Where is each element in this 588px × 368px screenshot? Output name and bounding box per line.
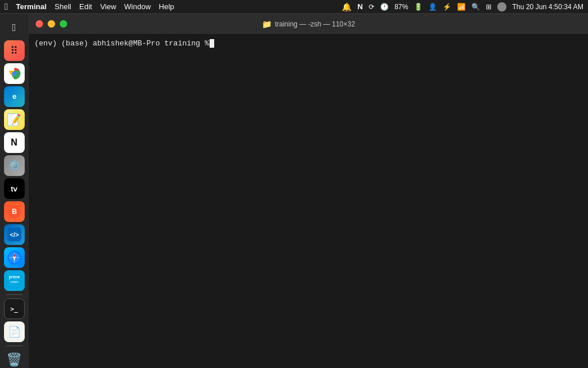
folder-icon: 📁 (262, 20, 272, 29)
search-icon[interactable]: 🔍 (471, 3, 480, 11)
dock-icon-chrome[interactable] (4, 63, 25, 84)
dock-icon-edge[interactable]: e (4, 86, 25, 107)
menubar-edit[interactable]: Edit (79, 2, 92, 11)
dock-icon-terminal[interactable]: >_ (4, 298, 25, 319)
dock-icon-brave[interactable]: B (4, 201, 25, 222)
maximize-button[interactable] (60, 20, 67, 28)
dock-icon-apple[interactable]:  (4, 17, 25, 38)
menubar-photo (497, 2, 506, 12)
svg-text:e: e (12, 92, 16, 101)
svg-text:B: B (11, 208, 17, 216)
notification-icon[interactable]: 🔔 (342, 2, 351, 12)
clock-icon[interactable]: 🕐 (380, 3, 389, 11)
n-icon[interactable]: N (357, 2, 362, 11)
svg-text:video: video (10, 280, 18, 283)
menubar:  Terminal Shell Edit View Window Help 🔔… (0, 0, 588, 14)
terminal-prompt: (env) (base) abhishek@MB-Pro training % (34, 39, 209, 48)
svg-text:</>: </> (10, 231, 19, 238)
apple-menu[interactable]:  (5, 2, 8, 12)
terminal-cursor (210, 39, 214, 48)
dock-separator-2 (6, 346, 22, 346)
menubar-view[interactable]: View (100, 2, 116, 11)
dock-icon-vscode[interactable]: </> (4, 224, 25, 245)
menubar-right: 🔔 N ⟳ 🕐 87% 🔋 👤 ⚡ 📶 🔍 ⊞ Thu 20 Jun 4:50:… (342, 2, 583, 12)
dock-icon-safari[interactable] (4, 247, 25, 268)
dock-icon-settings[interactable]: ⚙️ (4, 155, 25, 176)
terminal-titlebar: 📁 training — -zsh — 110×32 (29, 14, 588, 34)
controlcenter-icon[interactable]: ⊞ (486, 3, 492, 11)
user-icon[interactable]: 👤 (428, 3, 437, 11)
dock-icon-notion[interactable]: N (4, 132, 25, 153)
terminal-title: 📁 training — -zsh — 110×32 (262, 20, 355, 29)
terminal-window: 📁 training — -zsh — 110×32 (env) (base) … (29, 14, 588, 368)
terminal-content[interactable]: (env) (base) abhishek@MB-Pro training % (29, 34, 588, 368)
svg-point-2 (12, 71, 17, 76)
terminal-title-text: training — -zsh — 110×32 (275, 20, 355, 28)
bluetooth-icon[interactable]: ⚡ (443, 3, 451, 11)
minimize-button[interactable] (48, 20, 55, 28)
menubar-help[interactable]: Help (159, 2, 175, 11)
terminal-prompt-line: (env) (base) abhishek@MB-Pro training % (34, 39, 582, 48)
dock-icon-texteditor[interactable]: 📄 (4, 321, 25, 342)
dock-icon-trash[interactable]: 🗑️ (4, 350, 25, 368)
dock-separator (6, 294, 22, 295)
svg-text:prime: prime (9, 275, 20, 279)
dock:  ⠿ (0, 14, 29, 368)
dock-icon-prime[interactable]: prime video (4, 270, 25, 291)
window-controls (36, 20, 67, 28)
dock-icon-notes[interactable]: 📝 (4, 109, 25, 130)
screen-record-icon[interactable]: ⟳ (369, 3, 374, 11)
battery-percentage[interactable]: 87% (394, 3, 408, 11)
main-layout:  ⠿ (0, 14, 588, 368)
wifi-icon[interactable]: 📶 (457, 3, 466, 11)
menubar-shell[interactable]: Shell (55, 2, 71, 11)
battery-icon: 🔋 (414, 3, 423, 11)
dock-icon-appletv[interactable]: tv (4, 178, 25, 199)
dock-icon-launchpad[interactable]: ⠿ (4, 40, 25, 61)
menubar-left:  Terminal Shell Edit View Window Help (5, 2, 174, 12)
close-button[interactable] (36, 20, 43, 28)
menubar-app-name[interactable]: Terminal (16, 2, 47, 11)
datetime[interactable]: Thu 20 Jun 4:50:34 AM (512, 3, 583, 11)
menubar-window[interactable]: Window (124, 2, 150, 11)
